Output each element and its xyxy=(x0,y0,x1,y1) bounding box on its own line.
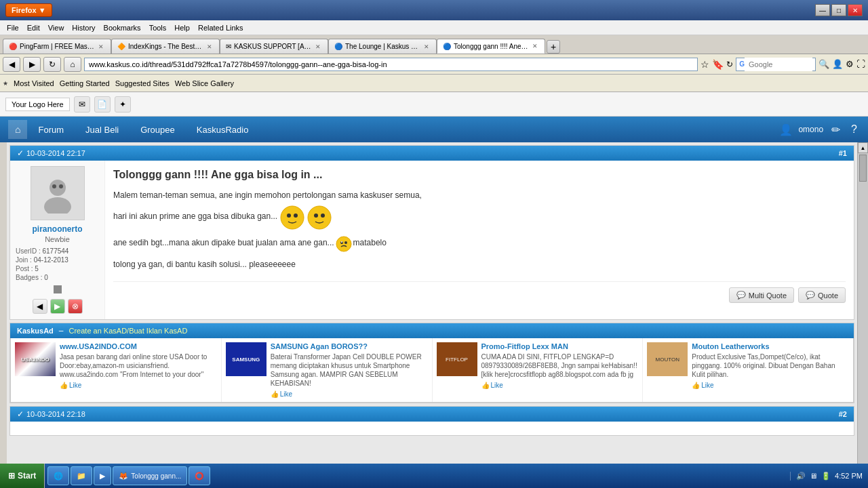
post-text-1: Malem teman-teman semua, ane ingin memoh… xyxy=(113,190,422,200)
post-2: ✓ 10-03-2014 22:18 #2 xyxy=(9,406,854,436)
bookmark-suggested-sites[interactable]: Suggested Sites xyxy=(115,79,170,87)
nav-forum[interactable]: Forum xyxy=(27,119,75,140)
user-action-forward[interactable]: ▶ xyxy=(50,299,65,314)
tab-2[interactable]: ✉ KASKUS SUPPORT [ARCENQ] - s... ✕ xyxy=(220,39,328,54)
star-toolbar-icon[interactable]: ✦ xyxy=(115,96,131,113)
taskbar-chrome[interactable]: ⭕ xyxy=(189,466,210,485)
svg-point-6 xyxy=(294,214,298,218)
ad-card-2: FITFLOP Promo-Fitflop Lexx MAN CUMA ADA … xyxy=(433,338,644,402)
menu-view[interactable]: View xyxy=(44,22,68,33)
taskbar-firefox-label: Tolonggg gann... xyxy=(131,472,181,480)
clock-time: 4:52 PM xyxy=(835,472,863,480)
ad-content-2: Promo-Fitflop Lexx MAN CUMA ADA DI SINI,… xyxy=(481,342,639,398)
search-input[interactable] xyxy=(745,58,812,71)
maximize-button[interactable]: □ xyxy=(831,4,846,16)
ad-like-0[interactable]: 👍 Like xyxy=(60,382,217,389)
new-tab-button[interactable]: + xyxy=(547,40,560,54)
svg-point-9 xyxy=(321,214,325,218)
quote-button[interactable]: 💬 Quote xyxy=(798,287,846,303)
nav-groupee[interactable]: Groupee xyxy=(130,119,186,140)
menu-bookmarks[interactable]: Bookmarks xyxy=(100,22,145,33)
nav-jual-beli[interactable]: Jual Beli xyxy=(75,119,130,140)
kaskus-username[interactable]: omono xyxy=(798,125,823,134)
scrollbar[interactable]: ▲ ▼ xyxy=(857,142,868,488)
multi-quote-button[interactable]: 💬 Multi Quote xyxy=(729,287,794,303)
bookmark-getting-started[interactable]: Getting Started xyxy=(60,79,110,87)
close-button[interactable]: ✕ xyxy=(848,4,863,16)
back-button[interactable]: ◀ xyxy=(3,57,20,72)
ad-like-2[interactable]: 👍 Like xyxy=(481,382,639,389)
fullscreen-icon[interactable]: ⛶ xyxy=(856,59,865,69)
document-toolbar-icon[interactable]: 📄 xyxy=(94,96,111,113)
svg-point-10 xyxy=(336,237,351,251)
speaker-icon[interactable]: 🔊 xyxy=(796,472,806,481)
tab-1[interactable]: 🔶 IndexKings - The Best Rapid Ind... ✕ xyxy=(111,39,220,54)
user-rank-1: Newbie xyxy=(45,235,70,243)
taskbar-ie[interactable]: 🌐 xyxy=(47,466,69,485)
tab-close-4[interactable]: ✕ xyxy=(531,43,539,49)
taskbar-wmp[interactable]: ▶ xyxy=(94,466,111,485)
menu-tools[interactable]: Tools xyxy=(145,22,171,33)
user-action-report[interactable]: ⊗ xyxy=(68,299,83,314)
ad-title-0[interactable]: www.USA2INDO.COM xyxy=(60,342,217,350)
bookmark-most-visited[interactable]: Most Visited xyxy=(14,79,54,87)
firefox-menu-button[interactable]: Firefox ▼ xyxy=(5,3,52,17)
tab-close-3[interactable]: ✕ xyxy=(422,43,431,50)
ad-title-2[interactable]: Promo-Fitflop Lexx MAN xyxy=(481,342,639,350)
kaskusad-create-link[interactable]: Create an KasAD/Buat Iklan KasAD xyxy=(68,327,187,335)
time-display: 4:52 PM xyxy=(835,472,863,480)
tab-close-1[interactable]: ✕ xyxy=(205,43,214,50)
emoji-3 xyxy=(336,236,352,254)
network-icon[interactable]: 🖥 xyxy=(810,472,817,480)
profile-icon[interactable]: 👤 xyxy=(832,59,843,69)
reload-icon[interactable]: ↻ xyxy=(726,60,733,69)
menu-file[interactable]: File xyxy=(3,22,23,33)
scroll-thumb[interactable] xyxy=(859,155,867,182)
taskbar-explorer[interactable]: 📁 xyxy=(71,466,92,485)
kaskus-help-icon[interactable]: ? xyxy=(848,121,860,138)
tab-3[interactable]: 🔵 The Lounge | Kaskus - The Large... ✕ xyxy=(328,39,437,54)
user-action-back[interactable]: ◀ xyxy=(33,299,47,314)
taskbar-firefox[interactable]: 🦊 Tolonggg gann... xyxy=(113,466,187,485)
logo-button[interactable]: Your Logo Here xyxy=(5,98,70,111)
scroll-up-button[interactable]: ▲ xyxy=(858,142,868,153)
ad-content-1: SAMSUNG Agan BOROS?? Baterai Transformer… xyxy=(271,342,428,398)
ad-title-1[interactable]: SAMSUNG Agan BOROS?? xyxy=(271,342,428,350)
username-1[interactable]: piranoonerto xyxy=(33,224,83,234)
scroll-track[interactable] xyxy=(858,183,868,477)
home-button[interactable]: ⌂ xyxy=(64,57,81,72)
address-input[interactable] xyxy=(84,58,698,71)
browser-toolbar: Your Logo Here ✉ 📄 ✦ xyxy=(0,92,868,117)
menu-help[interactable]: Help xyxy=(170,22,194,33)
email-toolbar-icon[interactable]: ✉ xyxy=(74,96,90,113)
ad-like-3[interactable]: 👍 Like xyxy=(692,382,849,389)
bookmark-web-slice-gallery[interactable]: Web Slice Gallery xyxy=(175,79,234,87)
ad-title-3[interactable]: Mouton Leatherworks xyxy=(692,342,849,350)
minimize-button[interactable]: — xyxy=(815,4,830,16)
tab-close-2[interactable]: ✕ xyxy=(314,43,322,50)
kaskus-home-button[interactable]: ⌂ xyxy=(8,120,27,139)
search-container: G xyxy=(736,58,816,71)
star-icon[interactable]: ☆ xyxy=(701,59,709,70)
start-button[interactable]: ⊞ Start xyxy=(0,464,45,488)
search-button[interactable]: 🔍 xyxy=(818,59,829,69)
ad-like-1[interactable]: 👍 Like xyxy=(271,390,428,398)
tab-0[interactable]: 🔴 PingFarm | FREE Mass Ping Site ... ✕ xyxy=(3,39,111,54)
menu-history[interactable]: History xyxy=(68,22,99,33)
bookmark-icon[interactable]: 🔖 xyxy=(712,59,724,70)
menu-related-links[interactable]: Related Links xyxy=(194,22,248,33)
forward-button[interactable]: ▶ xyxy=(23,57,41,72)
tab-close-0[interactable]: ✕ xyxy=(97,43,105,50)
tab-4[interactable]: 🔵 Tolonggg gann !!!! Ane gga bisa ... ✕ xyxy=(437,39,545,54)
refresh-button[interactable]: ↻ xyxy=(43,57,61,72)
kaskus-nav-right: 👤 omono ✏ ? xyxy=(779,121,860,139)
menu-edit[interactable]: Edit xyxy=(23,22,44,33)
nav-kaskus-radio[interactable]: KaskusRadio xyxy=(186,119,260,140)
ad-content-0: www.USA2INDO.COM Jasa pesan barang dari … xyxy=(60,342,217,398)
battery-icon[interactable]: 🔋 xyxy=(821,472,831,481)
firefox-icon: 🦊 xyxy=(119,472,128,481)
kaskus-edit-icon[interactable]: ✏ xyxy=(829,121,843,139)
tab-label-0: PingFarm | FREE Mass Ping Site ... xyxy=(20,43,94,50)
ad-img-1: SAMSUNG xyxy=(226,342,267,376)
settings-icon[interactable]: ⚙ xyxy=(846,59,854,69)
